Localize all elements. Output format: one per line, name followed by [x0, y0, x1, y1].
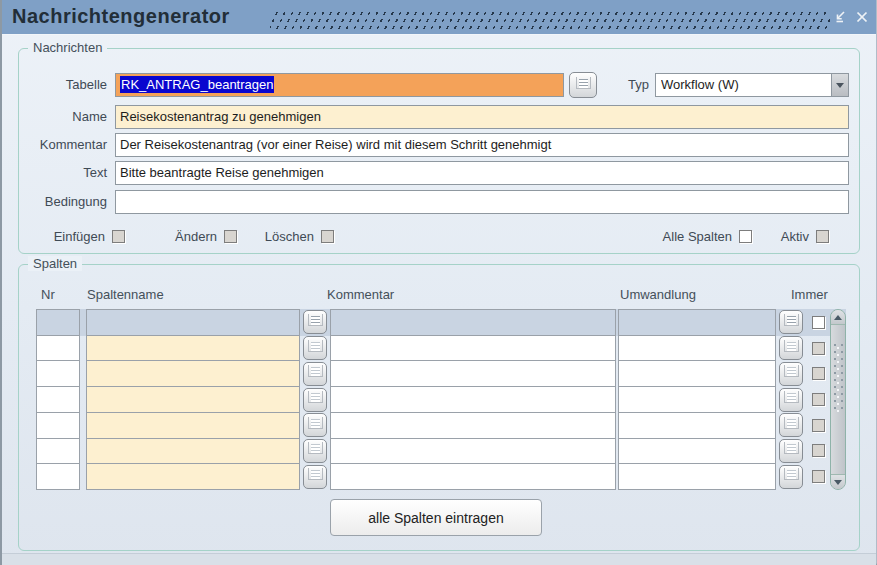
header-kommentar: Kommentar — [327, 287, 394, 302]
close-window-icon[interactable] — [854, 9, 870, 25]
cell-kommentar[interactable] — [330, 463, 616, 490]
spaltenname-lov-button[interactable] — [303, 362, 327, 386]
cell-kommentar[interactable] — [330, 360, 616, 387]
cell-nr[interactable] — [36, 463, 80, 490]
titlebar-hatch-pattern — [270, 9, 830, 29]
cell-umwandlung[interactable] — [618, 386, 776, 413]
cell-umwandlung[interactable] — [618, 309, 776, 336]
kommentar-field[interactable]: Der Reisekostenantrag (vor einer Reise) … — [115, 133, 849, 157]
restore-window-icon[interactable] — [832, 9, 848, 25]
table-row[interactable] — [36, 438, 846, 465]
einfuegen-checkbox-group: Einfügen — [43, 229, 125, 244]
clipboard-list-icon — [784, 391, 799, 408]
tabelle-selected-text: RK_ANTRAG_beantragen — [120, 76, 274, 93]
cell-umwandlung[interactable] — [618, 412, 776, 439]
name-field[interactable]: Reisekostenantrag zu genehmigen — [115, 105, 849, 129]
table-vertical-scrollbar[interactable] — [830, 309, 846, 490]
tabelle-label: Tabelle — [19, 73, 107, 97]
cell-kommentar[interactable] — [330, 386, 616, 413]
cell-spaltenname[interactable] — [86, 309, 300, 336]
header-immer: Immer — [791, 287, 828, 302]
scrollbar-thumb[interactable] — [831, 325, 845, 474]
tabelle-field[interactable]: RK_ANTRAG_beantragen — [115, 73, 564, 97]
immer-checkbox[interactable] — [812, 367, 825, 380]
table-row[interactable] — [36, 335, 846, 362]
einfuegen-checkbox[interactable] — [112, 230, 125, 243]
umwandlung-lov-button[interactable] — [779, 310, 803, 334]
window-controls — [832, 9, 870, 25]
cell-spaltenname[interactable] — [86, 335, 300, 362]
cell-kommentar[interactable] — [330, 412, 616, 439]
header-umwandlung: Umwandlung — [620, 287, 696, 302]
clipboard-list-icon — [784, 340, 799, 357]
cell-nr[interactable] — [36, 335, 80, 362]
scroll-down-icon[interactable] — [831, 474, 845, 489]
nachrichten-legend: Nachrichten — [28, 40, 107, 55]
cell-nr[interactable] — [36, 360, 80, 387]
typ-dropdown[interactable]: Workflow (W) — [655, 73, 849, 97]
umwandlung-lov-button[interactable] — [779, 388, 803, 412]
bedingung-field[interactable] — [115, 190, 849, 214]
cell-nr[interactable] — [36, 412, 80, 439]
table-row[interactable] — [36, 360, 846, 387]
table-row[interactable] — [36, 386, 846, 413]
scroll-up-icon[interactable] — [831, 310, 845, 325]
clipboard-list-icon — [576, 77, 591, 94]
spaltenname-lov-button[interactable] — [303, 336, 327, 360]
cell-spaltenname[interactable] — [86, 438, 300, 465]
clipboard-list-icon — [308, 417, 323, 434]
cell-umwandlung[interactable] — [618, 335, 776, 362]
immer-checkbox[interactable] — [812, 316, 825, 329]
cell-umwandlung[interactable] — [618, 360, 776, 387]
umwandlung-lov-button[interactable] — [779, 413, 803, 437]
immer-checkbox[interactable] — [812, 393, 825, 406]
spaltenname-lov-button[interactable] — [303, 439, 327, 463]
spaltenname-lov-button[interactable] — [303, 388, 327, 412]
clipboard-list-icon — [784, 417, 799, 434]
cell-nr[interactable] — [36, 309, 80, 336]
umwandlung-lov-button[interactable] — [779, 362, 803, 386]
umwandlung-lov-button[interactable] — [779, 439, 803, 463]
cell-kommentar[interactable] — [330, 438, 616, 465]
cell-kommentar[interactable] — [330, 309, 616, 336]
scrollbar-grip-dots — [833, 343, 843, 415]
table-row[interactable] — [36, 412, 846, 439]
immer-checkbox[interactable] — [812, 470, 825, 483]
spaltenname-lov-button[interactable] — [303, 310, 327, 334]
table-row[interactable] — [36, 309, 846, 336]
cell-spaltenname[interactable] — [86, 412, 300, 439]
text-field[interactable]: Bitte beantragte Reise genehmigen — [115, 161, 849, 185]
cell-umwandlung[interactable] — [618, 463, 776, 490]
cell-nr[interactable] — [36, 386, 80, 413]
tabelle-lov-button[interactable] — [569, 72, 597, 98]
cell-umwandlung[interactable] — [618, 438, 776, 465]
clipboard-list-icon — [308, 314, 323, 331]
alle-spalten-checkbox-group: Alle Spalten — [647, 229, 752, 244]
table-row[interactable] — [36, 463, 846, 490]
alle-spalten-eintragen-button[interactable]: alle Spalten eintragen — [330, 499, 542, 536]
aktiv-checkbox-group: Aktiv — [767, 229, 829, 244]
typ-dropdown-button[interactable] — [831, 74, 848, 96]
text-label: Text — [19, 161, 107, 185]
spaltenname-lov-button[interactable] — [303, 413, 327, 437]
alle-spalten-checkbox[interactable] — [739, 230, 752, 243]
immer-checkbox[interactable] — [812, 419, 825, 432]
window-titlebar[interactable]: Nachrichtengenerator — [2, 0, 876, 35]
clipboard-list-icon — [784, 442, 799, 459]
cell-spaltenname[interactable] — [86, 463, 300, 490]
umwandlung-lov-button[interactable] — [779, 465, 803, 489]
chevron-down-icon — [836, 83, 844, 88]
cell-spaltenname[interactable] — [86, 360, 300, 387]
cell-nr[interactable] — [36, 438, 80, 465]
clipboard-list-icon — [308, 365, 323, 382]
loeschen-checkbox[interactable] — [321, 230, 334, 243]
spaltenname-lov-button[interactable] — [303, 465, 327, 489]
cell-spaltenname[interactable] — [86, 386, 300, 413]
umwandlung-lov-button[interactable] — [779, 336, 803, 360]
immer-checkbox[interactable] — [812, 342, 825, 355]
cell-kommentar[interactable] — [330, 335, 616, 362]
immer-checkbox[interactable] — [812, 444, 825, 457]
aktiv-checkbox[interactable] — [816, 230, 829, 243]
typ-dropdown-value: Workflow (W) — [661, 74, 828, 96]
aendern-checkbox[interactable] — [224, 230, 237, 243]
